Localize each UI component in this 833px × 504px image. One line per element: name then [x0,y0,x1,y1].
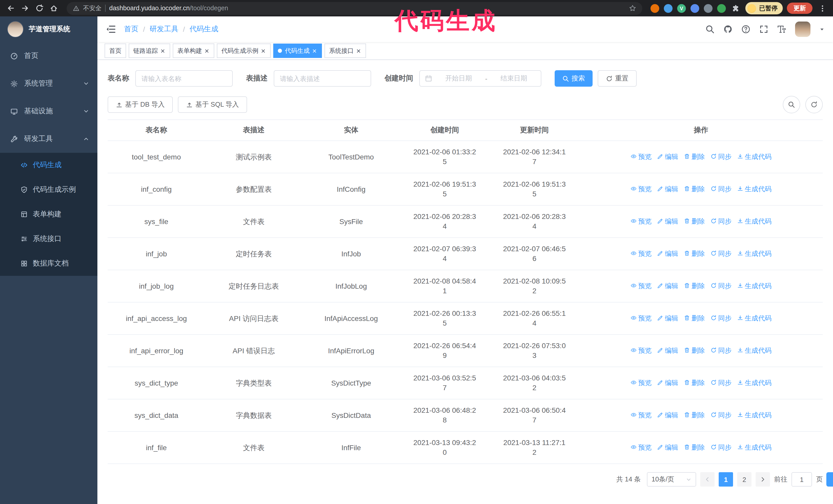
row-action-pencil[interactable]: 编辑 [657,410,678,420]
font-size-icon[interactable] [777,25,786,34]
app-logo[interactable]: 芋道管理系统 [0,17,97,42]
sidebar-item-codegen-example[interactable]: 代码生成示例 [0,177,97,202]
bookmark-star-icon[interactable] [629,5,636,12]
row-action-pencil[interactable]: 编辑 [657,442,678,452]
prev-page-button[interactable] [700,472,715,486]
row-action-pencil[interactable]: 编辑 [657,152,678,162]
row-action-eye[interactable]: 预览 [630,216,651,226]
search-icon[interactable] [705,25,715,34]
orange-extension-icon[interactable] [650,4,659,13]
blue-drop-extension-icon[interactable] [664,4,672,13]
refresh-table-button[interactable] [805,96,823,113]
row-action-trash[interactable]: 删除 [684,410,705,420]
browser-home-button[interactable] [47,2,61,15]
row-action-download[interactable]: 生成代码 [737,184,771,194]
row-action-eye[interactable]: 预览 [630,345,651,355]
close-icon[interactable] [160,48,166,54]
row-action-pencil[interactable]: 编辑 [657,345,678,355]
sidebar-collapse-icon[interactable] [105,24,116,34]
row-action-download[interactable]: 生成代码 [737,249,771,258]
screenshot-extension-icon[interactable] [704,4,713,13]
caret-down-icon[interactable] [819,26,825,32]
page-button-2[interactable]: 2 [737,472,752,486]
row-action-eye[interactable]: 预览 [630,184,651,194]
row-action-sync[interactable]: 同步 [711,249,732,258]
row-action-trash[interactable]: 删除 [684,281,705,291]
sidebar-item-home[interactable]: 首页 [0,42,97,70]
import-sql-button[interactable]: 基于 SQL 导入 [178,96,247,113]
github-icon[interactable] [723,25,733,34]
vue-devtools-extension-icon[interactable]: V [677,4,686,13]
extensions-puzzle-icon[interactable] [731,4,739,12]
row-action-trash[interactable]: 删除 [684,184,705,194]
close-icon[interactable] [312,48,317,54]
row-action-download[interactable]: 生成代码 [737,216,771,226]
browser-forward-button[interactable] [19,2,32,15]
sidebar-item-system-management[interactable]: 系统管理 [0,70,97,97]
breadcrumb-home[interactable]: 首页 [124,25,138,34]
user-avatar[interactable] [795,22,810,37]
row-action-trash[interactable]: 删除 [684,345,705,355]
row-action-eye[interactable]: 预览 [630,281,651,291]
goto-page-input[interactable] [791,472,812,486]
sidebar-item-system-api[interactable]: 系统接口 [0,226,97,251]
row-action-sync[interactable]: 同步 [711,281,732,291]
search-button[interactable]: 搜索 [555,70,593,87]
page-button-1[interactable]: 1 [719,472,733,486]
sidebar-item-code-generation[interactable]: 代码生成 [0,153,97,177]
row-action-pencil[interactable]: 编辑 [657,378,678,388]
row-action-download[interactable]: 生成代码 [737,442,771,452]
row-action-pencil[interactable]: 编辑 [657,281,678,291]
row-action-pencil[interactable]: 编辑 [657,249,678,258]
breadcrumb-dev-tools[interactable]: 研发工具 [150,25,178,34]
profile-chip[interactable]: 已暂停 [745,2,783,14]
row-action-eye[interactable]: 预览 [630,378,651,388]
row-action-eye[interactable]: 预览 [630,152,651,162]
row-action-pencil[interactable]: 编辑 [657,184,678,194]
row-action-eye[interactable]: 预览 [630,410,651,420]
row-action-trash[interactable]: 删除 [684,442,705,452]
floating-button[interactable] [826,472,833,486]
close-icon[interactable] [260,48,266,54]
row-action-trash[interactable]: 删除 [684,378,705,388]
row-action-download[interactable]: 生成代码 [737,378,771,388]
row-action-trash[interactable]: 删除 [684,313,705,323]
row-action-download[interactable]: 生成代码 [737,410,771,420]
row-action-eye[interactable]: 预览 [630,313,651,323]
table-desc-input[interactable] [274,70,371,87]
tab-item[interactable]: 代码生成 [273,44,322,58]
row-action-trash[interactable]: 删除 [684,249,705,258]
browser-update-button[interactable]: 更新 [787,3,812,14]
row-action-download[interactable]: 生成代码 [737,345,771,355]
import-db-button[interactable]: 基于 DB 导入 [108,96,173,113]
tab-item[interactable]: 代码生成示例 [217,44,271,58]
toggle-search-button[interactable] [783,96,800,113]
sidebar-item-db-docs[interactable]: 数据库文档 [0,251,97,276]
table-name-input[interactable] [135,70,233,87]
address-bar[interactable]: 不安全 dashboard.yudao.iocoder.cn/tool/code… [67,2,642,15]
close-icon[interactable] [356,48,361,54]
row-action-download[interactable]: 生成代码 [737,313,771,323]
tab-item[interactable]: 链路追踪 [129,44,170,58]
row-action-eye[interactable]: 预览 [630,249,651,258]
close-icon[interactable] [204,48,210,54]
tab-item[interactable]: 系统接口 [325,44,366,58]
row-action-download[interactable]: 生成代码 [737,152,771,162]
sidebar-item-form-builder[interactable]: 表单构建 [0,202,97,226]
row-action-eye[interactable]: 预览 [630,442,651,452]
row-action-sync[interactable]: 同步 [711,216,732,226]
row-action-sync[interactable]: 同步 [711,184,732,194]
row-action-sync[interactable]: 同步 [711,152,732,162]
browser-menu-icon[interactable] [815,2,829,15]
row-action-sync[interactable]: 同步 [711,410,732,420]
tab-item[interactable]: 表单构建 [173,44,214,58]
row-action-sync[interactable]: 同步 [711,345,732,355]
sidebar-item-infrastructure[interactable]: 基础设施 [0,97,97,125]
row-action-pencil[interactable]: 编辑 [657,216,678,226]
browser-back-button[interactable] [4,2,18,15]
row-action-pencil[interactable]: 编辑 [657,313,678,323]
tab-item[interactable]: 首页 [104,44,126,58]
page-size-select[interactable]: 10条/页 [647,472,696,486]
row-action-trash[interactable]: 删除 [684,152,705,162]
row-action-sync[interactable]: 同步 [711,442,732,452]
